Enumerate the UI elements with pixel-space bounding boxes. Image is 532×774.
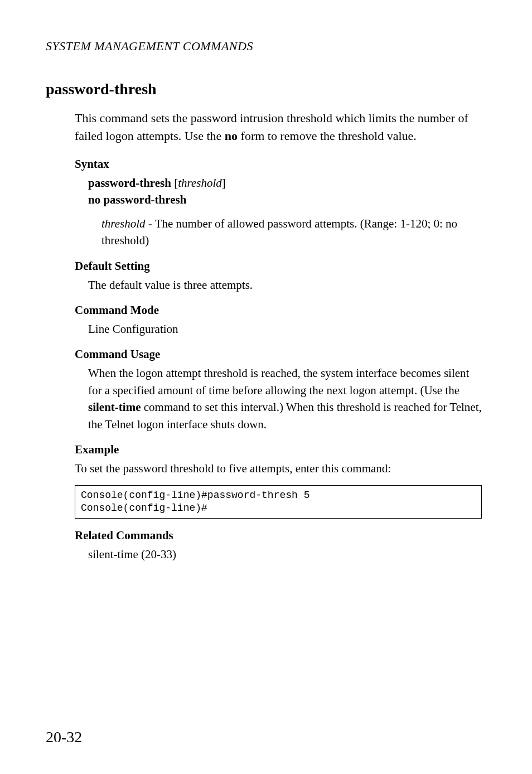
running-header: SYSTEM MANAGEMENT COMMANDS (46, 39, 482, 54)
param-description: threshold - The number of allowed passwo… (101, 215, 482, 249)
syntax-close-bracket: ] (222, 176, 226, 190)
param-text: - The number of allowed password attempt… (101, 217, 457, 247)
mode-heading: Command Mode (75, 303, 482, 317)
syntax-block: password-thresh [threshold] no password-… (88, 175, 482, 209)
default-body: The default value is three attempts. (88, 277, 482, 293)
usage-heading: Command Usage (75, 347, 482, 361)
usage-pre: When the logon attempt threshold is reac… (88, 366, 469, 396)
default-heading: Default Setting (75, 259, 482, 273)
intro-post: form to remove the threshold value. (238, 129, 417, 143)
example-intro: To set the password threshold to five at… (75, 460, 482, 477)
intro-bold: no (225, 129, 238, 143)
example-heading: Example (75, 443, 482, 457)
syntax-heading: Syntax (75, 157, 482, 171)
mode-body: Line Configuration (88, 321, 482, 337)
usage-bold: silent-time (88, 400, 141, 414)
syntax-no-cmd: no password-thresh (88, 193, 186, 206)
page-number: 20-32 (46, 728, 82, 746)
param-name: threshold (101, 217, 146, 230)
syntax-open-bracket: [ (171, 176, 178, 190)
usage-post: command to set this interval.) When this… (88, 400, 482, 430)
intro-paragraph: This command sets the password intrusion… (75, 109, 482, 145)
section-title: password-thresh (46, 80, 482, 98)
related-heading: Related Commands (75, 529, 482, 543)
page-container: SYSTEM MANAGEMENT COMMANDS password-thre… (0, 0, 532, 774)
usage-paragraph: When the logon attempt threshold is reac… (88, 365, 482, 433)
syntax-param: threshold (178, 176, 222, 190)
code-example: Console(config-line)#password-thresh 5 C… (75, 485, 482, 519)
related-body: silent-time (20-33) (88, 546, 482, 563)
syntax-cmd: password-thresh (88, 176, 171, 190)
